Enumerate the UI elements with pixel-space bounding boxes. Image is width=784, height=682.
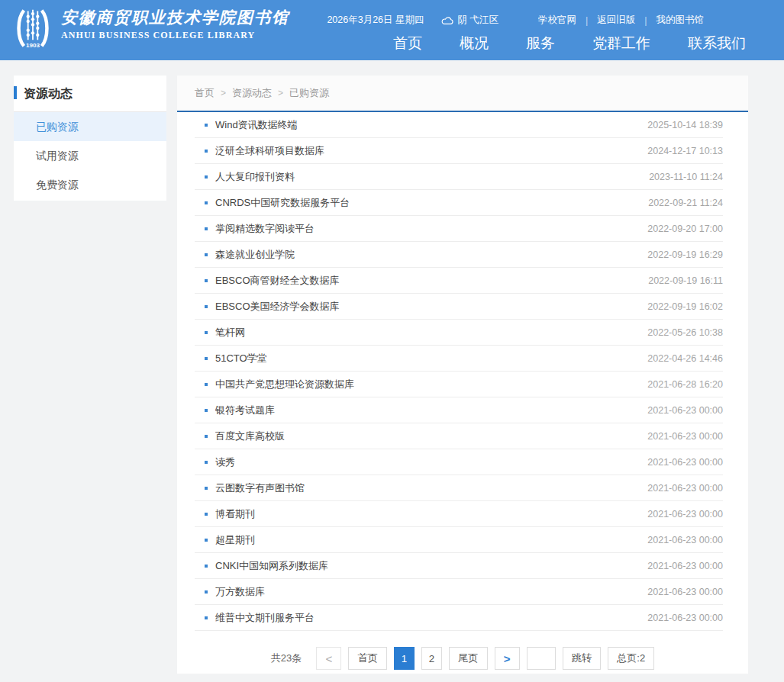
resource-date: 2021-06-23 00:00 (647, 509, 723, 520)
breadcrumb-link-2[interactable]: 资源动态 (232, 87, 272, 98)
resource-link[interactable]: 万方数据库 (215, 585, 647, 599)
sidebar-item-1-active[interactable]: 已购资源 (14, 112, 166, 141)
library-title-cn: 安徽商贸职业技术学院图书馆 (61, 7, 289, 27)
resource-link[interactable]: 博看期刊 (215, 507, 647, 521)
bullet-icon (205, 331, 208, 334)
resource-row: EBSCO美国经济学会数据库2022-09-19 16:02 (195, 294, 723, 320)
bullet-icon (205, 513, 208, 516)
bullet-icon (205, 357, 208, 360)
resource-link[interactable]: 云图数字有声图书馆 (215, 481, 647, 495)
resource-row: 博看期刊2021-06-23 00:00 (195, 501, 723, 527)
first-page-button[interactable]: 首页 (348, 647, 387, 670)
resource-link[interactable]: Wind资讯数据终端 (215, 118, 647, 132)
resource-link[interactable]: 掌阅精选数字阅读平台 (215, 222, 647, 236)
page-button-1-current[interactable]: 1 (394, 647, 415, 670)
resource-link[interactable]: 维普中文期刊服务平台 (215, 611, 647, 625)
topbar-link-2[interactable]: 返回旧版 (597, 14, 635, 27)
bullet-icon (205, 201, 208, 204)
resource-link[interactable]: 人大复印报刊资料 (215, 170, 649, 184)
resource-date: 2021-06-23 00:00 (647, 587, 723, 597)
resource-row: CNRDS中国研究数据服务平台2022-09-21 11:24 (195, 190, 723, 216)
bullet-icon (205, 175, 208, 179)
resource-date: 2021-06-28 16:20 (647, 379, 723, 390)
last-page-button[interactable]: 尾页 (449, 647, 488, 670)
breadcrumb-link-1[interactable]: 首页 (195, 87, 215, 98)
next-page-button[interactable]: > (495, 647, 520, 670)
resource-row: 维普中文期刊服务平台2021-06-23 00:00 (195, 605, 723, 631)
topbar-link-1[interactable]: 学校官网 (538, 14, 576, 27)
resource-link[interactable]: CNRDS中国研究数据服务平台 (215, 196, 648, 210)
page-button-2[interactable]: 2 (421, 647, 442, 670)
resource-link[interactable]: 超星期刊 (215, 533, 647, 547)
bullet-icon (205, 435, 208, 438)
resource-date: 2021-06-23 00:00 (647, 457, 723, 468)
separator: | (644, 15, 647, 26)
bullet-icon (205, 616, 208, 619)
nav-item-2[interactable]: 概况 (460, 34, 489, 53)
nav-item-1[interactable]: 首页 (393, 34, 422, 53)
resource-link[interactable]: EBSCO商管财经全文数据库 (215, 274, 648, 288)
prev-page-button[interactable]: < (316, 647, 341, 670)
resource-date: 2021-06-23 00:00 (647, 561, 723, 571)
weather-text: 阴 弋江区 (458, 14, 498, 27)
resource-date: 2022-09-21 11:24 (648, 198, 723, 208)
resource-row: 百度文库高校版2021-06-23 00:00 (195, 423, 723, 449)
nav-item-5[interactable]: 联系我们 (688, 34, 746, 53)
cloud-icon (441, 16, 453, 25)
sidebar-resource-dynamics: 资源动态 已购资源试用资源免费资源 (14, 76, 166, 201)
resource-date: 2022-09-19 16:29 (647, 249, 723, 260)
resource-date: 2022-09-20 17:00 (647, 224, 723, 234)
resource-link[interactable]: 51CTO学堂 (215, 352, 647, 365)
nav-item-4[interactable]: 党群工作 (592, 34, 650, 53)
resource-row: 读秀2021-06-23 00:00 (195, 449, 723, 475)
resource-link[interactable]: 读秀 (215, 455, 647, 469)
pagination: 共23条 < 首页 12 尾页 > 跳转 总页:2 (177, 647, 748, 670)
resource-date: 2023-11-10 11:24 (649, 172, 723, 182)
breadcrumb-separator: > (221, 88, 226, 98)
resource-link[interactable]: 银符考试题库 (215, 404, 647, 417)
separator: | (586, 15, 588, 26)
bullet-icon (205, 279, 208, 282)
resource-link[interactable]: CNKI中国知网系列数据库 (215, 559, 647, 573)
resource-date: 2021-06-23 00:00 (647, 431, 723, 442)
resource-row: 人大复印报刊资料2023-11-10 11:24 (195, 164, 723, 190)
resource-row: 银符考试题库2021-06-23 00:00 (195, 397, 723, 423)
resource-link[interactable]: 中国共产党思想理论资源数据库 (215, 378, 647, 391)
bullet-icon (205, 124, 208, 127)
resource-date: 2022-04-26 14:46 (647, 353, 723, 364)
resource-date: 2024-12-17 10:13 (647, 146, 723, 156)
resource-date: 2022-09-19 16:02 (647, 301, 723, 312)
weather-widget: 阴 弋江区 (441, 14, 498, 27)
resource-row: CNKI中国知网系列数据库2021-06-23 00:00 (195, 553, 723, 579)
library-title-en: ANHUI BUSINESS COLLEGE LIBRARY (61, 30, 289, 41)
founded-year: 1903 (26, 42, 40, 49)
resource-date: 2021-06-23 00:00 (647, 483, 723, 494)
jump-button[interactable]: 跳转 (563, 647, 602, 670)
resource-row: 中国共产党思想理论资源数据库2021-06-28 16:20 (195, 372, 723, 397)
bullet-icon (205, 565, 208, 568)
nav-item-3[interactable]: 服务 (526, 34, 555, 53)
site-header: 1903 安徽商贸职业技术学院图书馆 ANHUI BUSINESS COLLEG… (0, 0, 784, 60)
sidebar-items: 已购资源试用资源免费资源 (14, 112, 166, 199)
sidebar-item-3[interactable]: 免费资源 (14, 170, 166, 199)
resource-date: 2022-05-26 10:38 (647, 327, 723, 338)
library-logo[interactable]: 1903 安徽商贸职业技术学院图书馆 ANHUI BUSINESS COLLEG… (12, 7, 289, 53)
breadcrumb-link-3[interactable]: 已购资源 (289, 87, 329, 98)
sidebar-item-2[interactable]: 试用资源 (14, 141, 166, 170)
resource-link[interactable]: 泛研全球科研项目数据库 (215, 144, 647, 158)
jump-page-input[interactable] (527, 647, 556, 670)
current-date: 2026年3月26日 星期四 (327, 14, 424, 27)
resource-row: 掌阅精选数字阅读平台2022-09-20 17:00 (195, 216, 723, 242)
topbar-link-3[interactable]: 我的图书馆 (657, 14, 705, 27)
resource-link[interactable]: 森途就业创业学院 (215, 248, 647, 262)
header-utility-bar: 2026年3月26日 星期四 阴 弋江区 学校官网|返回旧版|我的图书馆 (327, 14, 704, 27)
resource-link[interactable]: 百度文库高校版 (215, 429, 647, 443)
bullet-icon (205, 305, 208, 308)
bullet-icon (205, 253, 208, 256)
resource-link[interactable]: 笔杆网 (215, 326, 647, 339)
total-pages-badge: 总页:2 (608, 647, 654, 670)
topbar-links: 学校官网|返回旧版|我的图书馆 (538, 14, 704, 27)
total-count: 共23条 (271, 651, 302, 665)
resource-link[interactable]: EBSCO美国经济学会数据库 (215, 300, 647, 314)
resource-row: Wind资讯数据终端2025-10-14 18:39 (195, 112, 723, 138)
